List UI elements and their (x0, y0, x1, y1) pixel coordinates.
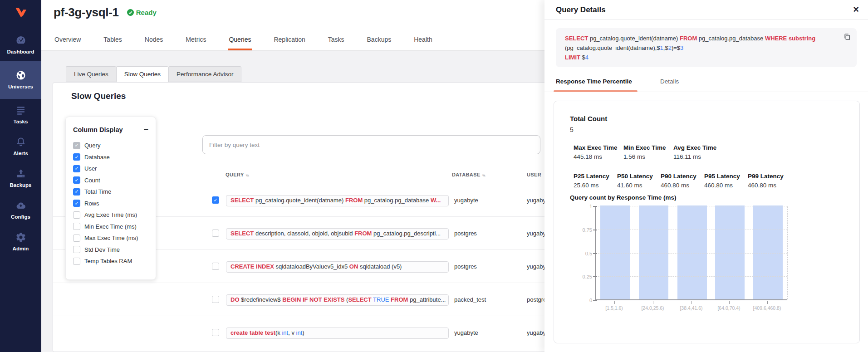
chart-bar (677, 205, 707, 299)
sidebar-item-configs[interactable]: Configs (0, 194, 41, 226)
stat-block: P95 Latency460.80 ms (704, 173, 748, 189)
y-tick-mark (593, 300, 597, 301)
column-option: ✓Rows (73, 198, 148, 210)
sidebar-item-label: Alerts (13, 151, 28, 156)
database-cell: yugabyte (454, 329, 478, 336)
column-checkbox[interactable]: ✓ (73, 165, 80, 172)
page-title: pf-3g-ysql-1 (54, 5, 119, 20)
database-cell: yugabyte (454, 197, 478, 204)
query-cell[interactable]: create table test(k int, v int) (226, 328, 449, 339)
copy-icon[interactable] (843, 33, 851, 44)
query-cell[interactable]: SELECT description, classoid, objoid, ob… (226, 228, 449, 240)
tab-nodes[interactable]: Nodes (144, 30, 164, 50)
column-header-database[interactable]: DATABASE▾▴ (452, 172, 485, 177)
sidebar-item-label: Backups (10, 182, 32, 188)
tab-overview[interactable]: Overview (54, 30, 82, 50)
close-icon[interactable]: × (853, 4, 859, 15)
sidebar-item-dashboard[interactable]: Dashboard (0, 29, 41, 61)
row-checkbox[interactable] (212, 296, 219, 303)
column-checkbox[interactable]: ✓ (73, 153, 80, 161)
tab-tables[interactable]: Tables (103, 30, 123, 50)
y-tick-mark (593, 230, 597, 230)
sidebar-item-admin[interactable]: Admin (0, 226, 41, 258)
stat-value: 116.11 ms (673, 153, 723, 160)
query-cell[interactable]: SELECT pg_catalog.quote_ident(datname) F… (226, 195, 449, 206)
details-title: Query Details (556, 5, 606, 15)
latency-stats: P25 Latency25.60 msP50 Latency41.60 msP9… (574, 173, 791, 189)
row-checkbox[interactable] (212, 263, 219, 270)
column-header-user[interactable]: USER (527, 172, 541, 177)
sidebar-item-label: Dashboard (7, 49, 34, 54)
column-checkbox[interactable] (73, 235, 80, 242)
column-checkbox[interactable]: ✓ (73, 176, 80, 184)
column-checkbox[interactable]: ✓ (73, 188, 80, 196)
query-filter-input[interactable] (202, 135, 540, 154)
column-option: Avg Exec Time (ms) (73, 209, 148, 221)
stat-label: Max Exec Time (574, 144, 623, 151)
stat-block: Avg Exec Time116.11 ms (673, 144, 723, 160)
sidebar-item-universes[interactable]: Universes (0, 61, 41, 99)
status-badge: Ready (127, 9, 157, 16)
stat-label: Min Exec Time (623, 144, 673, 151)
collapse-icon[interactable]: − (143, 125, 148, 134)
column-option: Temp Tables RAM (73, 255, 148, 267)
column-checkbox[interactable] (73, 246, 80, 253)
column-display-title: Column Display (73, 126, 123, 133)
stat-block: Min Exec Time1.56 ms (623, 144, 673, 160)
configs-icon (15, 200, 26, 211)
table-row[interactable]: create table test(k int, v int)yugabytey… (53, 316, 579, 349)
sidebar-item-label: Admin (13, 246, 29, 251)
column-option-label: Database (84, 154, 110, 161)
subtab-slow-queries[interactable]: Slow Queries (116, 66, 168, 82)
column-option: ✓Total Time (73, 186, 148, 198)
column-checkbox[interactable]: ✓ (73, 200, 80, 207)
y-tick-label: 0.75 (574, 227, 592, 233)
app-logo[interactable] (0, 0, 41, 29)
tab-tasks[interactable]: Tasks (327, 30, 345, 50)
tab-health[interactable]: Health (413, 30, 433, 50)
column-display-card: Column Display − ✓Query✓Database✓User✓Co… (65, 117, 156, 280)
universe-tabs: OverviewTablesNodesMetricsQueriesReplica… (54, 30, 433, 50)
table-row[interactable]: DO $redefineview$ BEGIN IF NOT EXISTS (S… (53, 283, 579, 316)
x-tick-label: [38.4,41.6) (680, 305, 702, 311)
sidebar-item-label: Tasks (14, 119, 28, 124)
active-tab-underline (554, 90, 638, 92)
chart-bar (600, 205, 630, 299)
tab-details[interactable]: Details (660, 78, 679, 85)
app-root: DashboardUniversesTasksAlertsBackupsConf… (0, 0, 868, 352)
query-cell[interactable]: DO $redefineview$ BEGIN IF NOT EXISTS (S… (226, 294, 449, 306)
row-checkbox[interactable]: ✓ (212, 196, 219, 204)
chart-title: Query count by Response Time (ms) (570, 194, 677, 201)
x-tick-mark (767, 301, 768, 304)
column-checkbox[interactable] (73, 211, 80, 219)
y-tick-mark (593, 276, 597, 277)
column-checkbox[interactable] (73, 258, 80, 265)
column-option-label: Max Exec Time (ms) (84, 235, 138, 241)
tab-response-time-percentile[interactable]: Response Time Percentile (556, 78, 632, 85)
sort-icons: ▾▴ (482, 173, 485, 177)
tab-metrics[interactable]: Metrics (185, 30, 207, 50)
sidebar-item-tasks[interactable]: Tasks (0, 99, 41, 131)
subtab-performance-advisor[interactable]: Performance Advisor (168, 66, 241, 82)
tab-backups[interactable]: Backups (366, 30, 392, 50)
row-checkbox[interactable] (212, 329, 219, 336)
subtab-live-queries[interactable]: Live Queries (66, 66, 116, 82)
tab-replication[interactable]: Replication (273, 30, 306, 50)
sidebar-nav: DashboardUniversesTasksAlertsBackupsConf… (0, 29, 41, 258)
column-header-query[interactable]: QUERY▾▴ (226, 172, 249, 177)
sql-statement: SELECT pg_catalog.quote_ident(datname) F… (556, 28, 857, 67)
stat-value: 445.18 ms (574, 153, 623, 160)
sidebar-item-alerts[interactable]: Alerts (0, 131, 41, 162)
row-checkbox[interactable] (212, 230, 219, 237)
column-checkbox[interactable] (73, 223, 80, 230)
x-tick-mark (691, 301, 692, 304)
y-tick-label: 1 (574, 204, 592, 209)
stat-label: P25 Latency (574, 173, 617, 180)
query-cell[interactable]: CREATE INDEX sqldataloadByValuev5_idx5 O… (226, 261, 449, 273)
tab-queries[interactable]: Queries (228, 30, 252, 50)
x-tick-label: [1.5,1.6) (605, 305, 623, 311)
dashboard-icon (15, 35, 26, 46)
sidebar-item-backups[interactable]: Backups (0, 162, 41, 194)
stat-block: P25 Latency25.60 ms (574, 173, 617, 189)
x-tick-mark (614, 301, 615, 304)
